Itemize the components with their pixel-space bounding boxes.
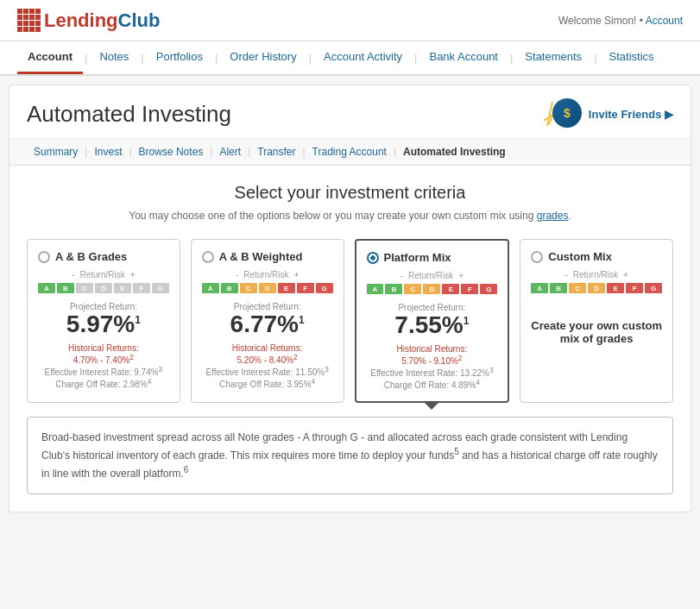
grade-c: C <box>569 283 586 293</box>
logo-text: LendingClub <box>44 9 160 32</box>
risk-label-platform-mix: - Return/Risk + <box>367 271 498 280</box>
header-right: Welcome Simon! • Account <box>558 15 683 27</box>
sub-nav-summary[interactable]: Summary <box>27 144 85 160</box>
card-ab-grades[interactable]: A & B Grades - Return/Risk + A B C D E F… <box>27 239 180 403</box>
grade-d: D <box>423 284 440 294</box>
invite-area: $ Invite Friends ▶ <box>544 98 673 129</box>
grade-f: F <box>461 284 478 294</box>
card-ab-grades-title: A & B Grades <box>55 250 127 263</box>
risk-label-custom-mix: - Return/Risk + <box>531 270 662 279</box>
logo-grid-icon <box>17 9 41 32</box>
grade-c: C <box>76 283 93 293</box>
nav-tab-account-activity[interactable]: Account Activity <box>313 41 413 74</box>
grade-g: G <box>645 283 662 293</box>
radio-ab-weighted[interactable] <box>202 251 214 263</box>
nav-tab-statements[interactable]: Statements <box>514 41 592 74</box>
eff-rate-ab-grades: Effective Interest Rate: 9.74%3 <box>38 365 169 377</box>
risk-text-abw: Return/Risk <box>243 270 288 279</box>
coin-icon: $ <box>544 98 582 129</box>
grade-d: D <box>259 283 276 293</box>
nav-sep-6: | <box>508 52 514 65</box>
top-header: LendingClub Welcome Simon! • Account <box>0 0 700 41</box>
risk-plus-ab: + <box>130 270 136 279</box>
nav-tab-account[interactable]: Account <box>17 41 83 74</box>
grade-b: B <box>385 284 402 294</box>
grade-c: C <box>240 283 257 293</box>
risk-plus-abw: + <box>294 270 300 279</box>
risk-minus-pm: - <box>400 271 403 280</box>
risk-text-cm: Return/Risk <box>573 270 618 279</box>
card-platform-mix-header: Platform Mix <box>367 251 498 264</box>
proj-value-platform-mix: 7.55%1 <box>367 312 498 339</box>
sub-nav-alert[interactable]: Alert <box>212 144 248 160</box>
sub-nav-automated-investing[interactable]: Automated Investing <box>396 144 513 160</box>
header-separator: • <box>640 15 643 27</box>
grade-bar-ab-weighted: A B C D E F G <box>202 283 333 293</box>
grade-a: A <box>367 284 384 294</box>
nav-tab-statistics[interactable]: Statistics <box>599 41 665 74</box>
criteria-title: Select your investment criteria <box>27 183 673 203</box>
risk-text-ab: Return/Risk <box>80 270 125 279</box>
proj-value-ab-grades: 5.97%1 <box>38 311 169 338</box>
custom-mix-text: Create your own custom mix of grades <box>531 319 662 345</box>
sub-nav-invest[interactable]: Invest <box>87 144 129 160</box>
nav-tab-notes[interactable]: Notes <box>89 41 139 74</box>
sub-nav-browse-notes[interactable]: Browse Notes <box>132 144 211 160</box>
nav-tab-order-history[interactable]: Order History <box>219 41 306 74</box>
invite-friends-link[interactable]: Invite Friends ▶ <box>589 108 673 121</box>
logo: LendingClub <box>17 9 160 32</box>
nav-sep-7: | <box>592 52 598 65</box>
nav-tab-portfolios[interactable]: Portfolios <box>146 41 213 74</box>
welcome-text: Welcome Simon! <box>558 15 636 27</box>
grade-a: A <box>38 283 55 293</box>
hist-ab-weighted: Historical Returns:5.20% - 8.40%2 <box>202 343 333 365</box>
eff-rate-platform-mix: Effective Interest Rate: 13.22%3 <box>367 366 498 378</box>
hist-platform-mix: Historical Returns:5.70% - 9.10%2 <box>367 344 498 366</box>
nav-sep-4: | <box>307 52 313 65</box>
grade-e: E <box>442 284 459 294</box>
account-link[interactable]: Account <box>646 15 683 27</box>
radio-platform-mix[interactable] <box>367 252 379 264</box>
page-content: Automated Investing $ Invite Friends ▶ S… <box>9 85 691 512</box>
main-content: Select your investment criteria You may … <box>9 166 691 512</box>
charge-off-ab-grades: Charge Off Rate: 2.98%4 <box>38 377 169 389</box>
nav-sep-5: | <box>413 52 419 65</box>
grade-e: E <box>607 283 624 293</box>
grades-link[interactable]: grades <box>537 210 569 222</box>
grade-a: A <box>531 283 548 293</box>
proj-value-ab-weighted: 6.77%1 <box>202 311 333 338</box>
grade-e: E <box>278 283 295 293</box>
risk-minus-abw: - <box>236 270 238 279</box>
main-nav: Account | Notes | Portfolios | Order His… <box>0 41 700 76</box>
card-custom-mix-title: Custom Mix <box>548 250 612 263</box>
nav-tab-bank-account[interactable]: Bank Account <box>419 41 508 74</box>
grade-f: F <box>626 283 643 293</box>
grade-f: F <box>297 283 314 293</box>
sub-nav-trading-account[interactable]: Trading Account <box>306 144 394 160</box>
charge-off-ab-weighted: Charge Off Rate: 3.95%4 <box>202 377 333 389</box>
page-header: Automated Investing $ Invite Friends ▶ <box>9 85 691 139</box>
description-text: Broad-based investment spread across all… <box>41 431 658 480</box>
grade-d: D <box>95 283 112 293</box>
risk-plus-pm: + <box>458 271 464 280</box>
logo-lending: Lending <box>44 9 118 31</box>
charge-off-platform-mix: Charge Off Rate: 4.89%4 <box>367 378 498 390</box>
card-ab-weighted-header: A & B Weighted <box>202 250 333 263</box>
cards-row: A & B Grades - Return/Risk + A B C D E F… <box>27 239 673 403</box>
grade-e: E <box>114 283 131 293</box>
grade-g: G <box>316 283 333 293</box>
sub-nav-transfer[interactable]: Transfer <box>250 144 302 160</box>
radio-custom-mix[interactable] <box>531 251 543 263</box>
grade-c: C <box>404 284 421 294</box>
card-custom-mix[interactable]: Custom Mix - Return/Risk + A B C D E F G… <box>520 239 673 403</box>
card-ab-grades-header: A & B Grades <box>38 250 169 263</box>
description-box: Broad-based investment spread across all… <box>27 417 673 494</box>
grade-bar-ab-grades: A B C D E F G <box>38 283 169 293</box>
card-platform-mix[interactable]: Platform Mix - Return/Risk + A B C D E F… <box>355 239 510 403</box>
grade-bar-platform-mix: A B C D E F G <box>367 284 498 294</box>
risk-minus-ab: - <box>72 270 74 279</box>
radio-ab-grades[interactable] <box>38 251 50 263</box>
card-custom-mix-header: Custom Mix <box>531 250 662 263</box>
nav-sep-2: | <box>139 52 145 65</box>
card-ab-weighted[interactable]: A & B Weighted - Return/Risk + A B C D E… <box>191 239 344 403</box>
